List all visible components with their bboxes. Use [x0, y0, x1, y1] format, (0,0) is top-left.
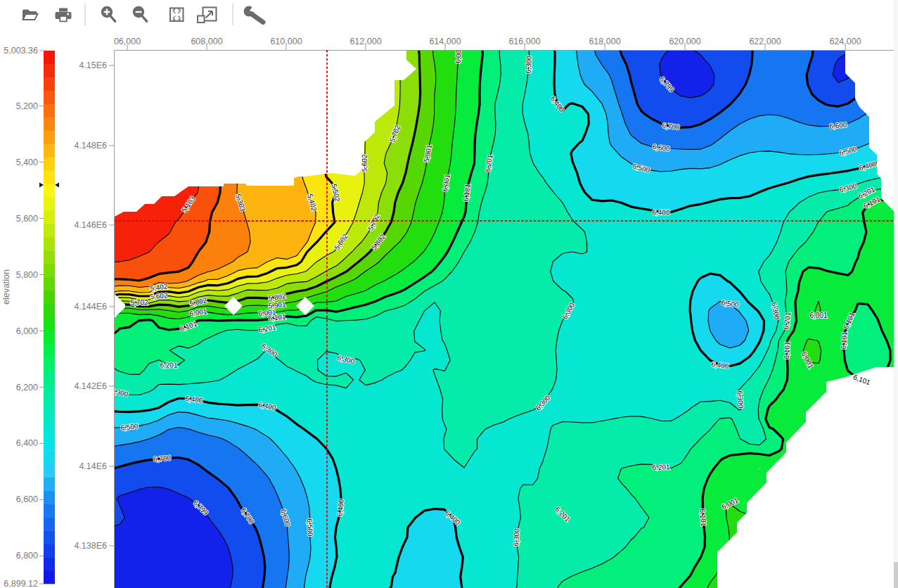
svg-text:6,400: 6,400 [16, 438, 38, 448]
svg-text:elevation: elevation [1, 269, 11, 305]
svg-text:6,600: 6,600 [16, 494, 38, 504]
svg-text:608,000: 608,000 [191, 37, 222, 46]
svg-text:6,700: 6,700 [153, 454, 172, 463]
svg-text:4.142E6: 4.142E6 [74, 381, 107, 391]
svg-text:5,400: 5,400 [16, 158, 38, 167]
svg-text:5,600: 5,600 [16, 214, 38, 224]
svg-text:5,602: 5,602 [360, 154, 368, 172]
svg-text:618,000: 618,000 [589, 37, 620, 46]
svg-text:610,000: 610,000 [270, 37, 302, 46]
svg-text:6,201: 6,201 [652, 463, 670, 471]
svg-text:06,000: 06,000 [114, 37, 141, 46]
svg-text:4.14E6: 4.14E6 [79, 461, 107, 471]
svg-text:620,000: 620,000 [669, 37, 700, 46]
svg-text:622,000: 622,000 [749, 37, 781, 46]
svg-text:6,300: 6,300 [525, 56, 533, 74]
svg-text:6,200: 6,200 [16, 383, 38, 392]
svg-text:6,101: 6,101 [268, 313, 286, 322]
svg-text:5,800: 5,800 [16, 270, 38, 280]
svg-text:6,101: 6,101 [783, 341, 791, 359]
svg-text:6,899.12: 6,899.12 [4, 579, 38, 588]
svg-text:6,500: 6,500 [306, 518, 314, 537]
svg-text:5,003.36: 5,003.36 [4, 46, 38, 56]
svg-text:4.138E6: 4.138E6 [74, 541, 107, 551]
svg-text:616,000: 616,000 [508, 37, 540, 46]
svg-text:624,000: 624,000 [829, 37, 861, 46]
svg-text:6,300: 6,300 [736, 390, 745, 409]
svg-text:5,702: 5,702 [130, 299, 148, 307]
svg-text:614,000: 614,000 [429, 37, 461, 46]
svg-text:4.146E6: 4.146E6 [74, 220, 107, 230]
svg-text:6,201: 6,201 [160, 361, 178, 369]
svg-text:6,101: 6,101 [699, 509, 707, 527]
svg-text:5,602: 5,602 [150, 292, 168, 301]
svg-text:612,000: 612,000 [349, 37, 381, 46]
svg-text:4.148E6: 4.148E6 [74, 141, 107, 151]
svg-text:6,800: 6,800 [16, 551, 38, 561]
svg-text:6,101: 6,101 [840, 331, 849, 350]
svg-text:6,300: 6,300 [512, 528, 520, 547]
svg-text:5,200: 5,200 [16, 101, 38, 111]
svg-text:6,000: 6,000 [16, 326, 38, 336]
svg-text:6,001: 6,001 [809, 312, 827, 319]
svg-text:4.144E6: 4.144E6 [74, 302, 107, 312]
svg-text:4.15E6: 4.15E6 [79, 60, 107, 70]
svg-text:6,400: 6,400 [652, 208, 670, 216]
